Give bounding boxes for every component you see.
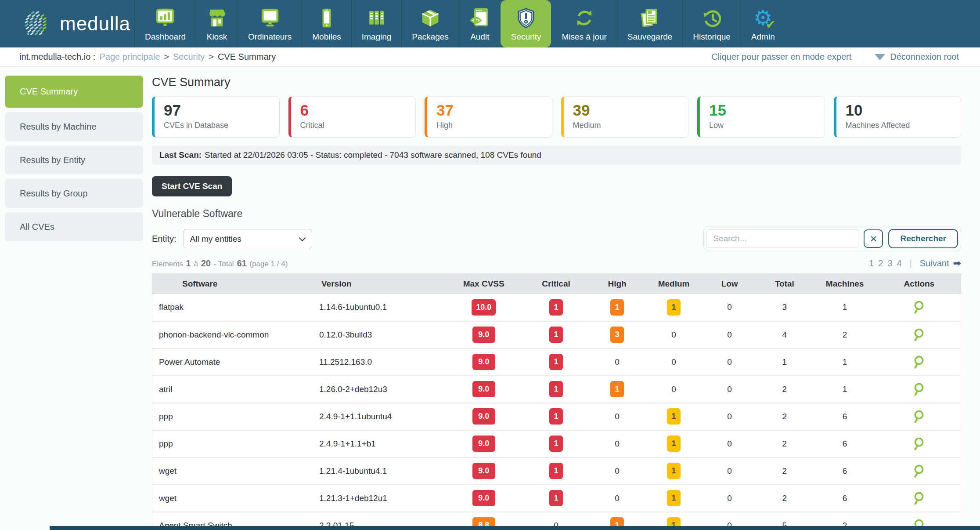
nav-label: Audit	[470, 32, 489, 42]
cvss-cell: 9.0	[444, 348, 523, 376]
search-input[interactable]	[706, 229, 858, 248]
medium-badge: 1	[667, 490, 681, 506]
high-badge: 1	[610, 299, 624, 316]
critical-badge: 1	[549, 381, 563, 397]
card-value: 15	[709, 102, 815, 119]
medium-badge: 1	[667, 408, 681, 425]
view-details-button[interactable]	[912, 355, 926, 369]
view-details-button[interactable]	[912, 328, 926, 342]
critical-cell: 1	[523, 376, 589, 403]
breadcrumb-current: CVE Summary	[218, 52, 276, 62]
elements-word: - Total	[214, 260, 234, 268]
start-cve-scan-button[interactable]: Start CVE Scan	[152, 176, 232, 196]
software-cell: flatpak	[152, 294, 309, 321]
software-cell: wget	[152, 457, 309, 485]
breadcrumb-link-security[interactable]: Security	[173, 52, 205, 62]
medium-badge: 1	[667, 299, 681, 316]
breadcrumb-link-home[interactable]: Page principale	[99, 52, 160, 62]
history-icon	[701, 6, 722, 30]
entity-select[interactable]: All my entities	[184, 229, 312, 248]
last-scan-text: Started at 22/01/2026 03:05 - Status: co…	[205, 150, 541, 160]
mobiles-icon	[316, 6, 337, 30]
view-details-button[interactable]	[912, 437, 926, 451]
high-cell: 1	[589, 294, 645, 321]
nav-label: Imaging	[362, 32, 392, 42]
nav-item-security[interactable]: Security	[501, 0, 551, 47]
sidebar-item-results-by-machine[interactable]: Results by Machine	[5, 112, 143, 141]
critical-badge: 1	[549, 490, 563, 506]
actions-cell	[878, 403, 961, 430]
version-cell: 1.21.4-1ubuntu4.1	[308, 457, 444, 485]
cvss-cell: 10.0	[444, 294, 523, 321]
nav-item-ordinateurs[interactable]: Ordinateurs	[238, 0, 302, 47]
page-number-4[interactable]: 4	[897, 258, 902, 269]
view-details-button[interactable]	[912, 410, 926, 424]
version-cell: 2.4.9-1+1.1+b1	[308, 430, 444, 457]
card-value: 37	[436, 102, 543, 119]
actions-cell	[878, 485, 961, 512]
clear-search-button[interactable]: ✕	[864, 229, 883, 248]
expert-mode-link[interactable]: Cliquer pour passer en mode expert	[711, 52, 851, 62]
elements-page-indicator: (page 1 / 4)	[249, 260, 288, 268]
cvss-badge: 9.0	[472, 463, 495, 479]
nav-label: Ordinateurs	[248, 32, 292, 42]
sidebar-item-results-by-entity[interactable]: Results by Entity	[5, 145, 143, 174]
nav-item-mobiles[interactable]: Mobiles	[302, 0, 351, 47]
page-number-1[interactable]: 1	[869, 258, 874, 269]
table-row: ppp2.4.9-1+1.1+b19.0101026	[152, 430, 961, 457]
page-number-3[interactable]: 3	[887, 258, 892, 269]
critical-badge: 1	[549, 436, 563, 452]
view-details-button[interactable]	[912, 382, 926, 396]
sidebar-item-all-cves[interactable]: All CVEs	[5, 212, 143, 241]
vertical-divider	[863, 50, 863, 64]
nav-item-kiosk[interactable]: Kiosk	[196, 0, 238, 47]
summary-card-medium: 39Medium	[561, 96, 689, 138]
medium-cell: 1	[645, 485, 702, 512]
card-label: Critical	[300, 121, 407, 130]
column-header-version: Version	[308, 274, 444, 294]
view-details-button[interactable]	[912, 491, 926, 505]
high-cell: 0	[589, 485, 645, 512]
nav-item-historique[interactable]: Historique	[682, 0, 741, 47]
sidebar-item-cve-summary[interactable]: CVE Summary	[5, 76, 143, 108]
column-header-low: Low	[702, 274, 757, 294]
breadcrumb-bar: int.medulla-tech.io : Page principale > …	[0, 47, 980, 67]
low-cell: 0	[702, 430, 757, 457]
entity-select-wrap: All my entities	[184, 229, 312, 248]
nav-item-dashboard[interactable]: Dashboard	[134, 0, 196, 47]
cvss-cell: 9.0	[444, 485, 523, 512]
logout-menu[interactable]: Déconnexion root	[875, 52, 959, 62]
critical-cell: 1	[523, 294, 589, 321]
nav-item-sauvegarde[interactable]: Sauvegarde	[617, 0, 682, 47]
next-arrow-icon[interactable]: ➡	[953, 258, 961, 269]
software-cell: ppp	[152, 430, 309, 457]
sidebar-item-results-by-group[interactable]: Results by Group	[5, 179, 143, 208]
view-details-button[interactable]	[912, 300, 926, 314]
cvss-cell: 9.0	[444, 403, 523, 430]
breadcrumb-separator: >	[209, 52, 214, 62]
nav-item-audit[interactable]: Audit	[459, 0, 501, 47]
view-details-button[interactable]	[912, 464, 926, 478]
next-page-link[interactable]: Suivant	[920, 258, 949, 269]
nav-item-admin[interactable]: ⚙✔Admin	[741, 0, 785, 47]
nav-item-mises-jour[interactable]: Mises à jour	[551, 0, 616, 47]
summary-card-critical: 6Critical	[288, 96, 416, 138]
card-value: 6	[300, 102, 407, 119]
cvss-cell: 9.0	[444, 376, 523, 403]
critical-badge: 1	[549, 408, 563, 425]
nav-item-packages[interactable]: Packages	[401, 0, 458, 47]
high-cell: 0	[589, 457, 645, 485]
filter-row: Entity: All my entities ✕ Rechercher	[152, 226, 961, 251]
nav-item-imaging[interactable]: Imaging	[351, 0, 402, 47]
main-menu: DashboardKioskOrdinateursMobilesImagingP…	[134, 0, 785, 47]
nav-label: Mises à jour	[562, 32, 606, 42]
elements-summary: Elements 1 à 20 - Total 61 (page 1 / 4)	[152, 258, 288, 269]
machines-cell: 6	[812, 403, 878, 430]
search-button[interactable]: Rechercher	[888, 229, 958, 248]
page-number-2[interactable]: 2	[878, 258, 883, 269]
medium-cell: 1	[645, 294, 702, 321]
medium-cell: 1	[645, 403, 702, 430]
nav-label: Mobiles	[312, 32, 341, 42]
nav-label: Kiosk	[207, 32, 227, 42]
backup-icon	[639, 6, 660, 30]
